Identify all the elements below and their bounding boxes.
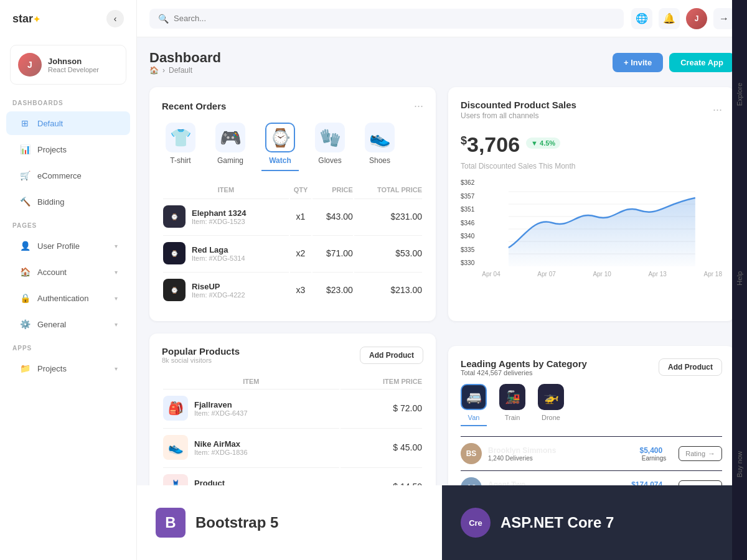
x-axis-labels: Apr 04 Apr 07 Apr 10 Apr 13 Apr 18 <box>482 271 722 278</box>
topbar-avatar[interactable]: J <box>686 8 707 29</box>
y-label: $357 <box>461 193 474 200</box>
item-name: RiseUP <box>192 282 245 291</box>
rating-label: Rating <box>685 450 705 457</box>
gaming-icon: 🎮 <box>215 123 245 152</box>
page-title: Dashboard <box>149 50 221 66</box>
x-label: Apr 13 <box>648 271 666 278</box>
item-image: 👟 <box>163 435 188 460</box>
agent-tab-train[interactable]: 🚂 Train <box>499 384 525 426</box>
invite-button[interactable]: + Invite <box>613 53 663 72</box>
avatar: J <box>18 53 42 77</box>
item-details: RiseUP Item: #XDG-4222 <box>192 282 245 299</box>
create-app-button[interactable]: Create App <box>669 53 735 72</box>
item-qty: x2 <box>290 235 311 271</box>
buy-now-label[interactable]: Buy now <box>736 446 743 482</box>
add-product-button[interactable]: Add Product <box>360 347 423 364</box>
popular-products-subtitle: 8k social visitors <box>162 357 240 364</box>
sidebar-item-apps-projects[interactable]: 📁 Projects ▾ <box>6 357 130 380</box>
tab-label: Watch <box>269 156 291 165</box>
card-menu-icon[interactable]: ··· <box>713 103 722 116</box>
agent-info: Brooklyn Simmons 1,240 Deliveries <box>488 446 634 462</box>
chevron-down-icon: ▾ <box>115 365 118 372</box>
promo-aspnet: Cre ASP.NET Core 7 <box>442 485 747 560</box>
item-cell: ⌚ Red Laga Item: #XDG-5314 <box>163 242 289 264</box>
help-label[interactable]: Help <box>736 266 743 291</box>
chevron-down-icon: ▾ <box>115 269 118 276</box>
gloves-icon: 🧤 <box>315 123 345 152</box>
agent-earnings-label: Earnings <box>640 455 667 462</box>
sidebar-item-projects[interactable]: 📊 Projects <box>6 138 130 161</box>
table-row: 🎒 Fjallraven Item: #XDG-6437 $ 72.00 <box>163 389 422 427</box>
sidebar-item-label: Projects <box>37 364 108 373</box>
item-details: Red Laga Item: #XDG-5314 <box>192 245 245 262</box>
search-box[interactable]: 🔍 <box>149 9 624 29</box>
item-price: $ 45.00 <box>341 428 422 466</box>
sidebar-item-default[interactable]: ⊞ Default <box>6 111 130 135</box>
sidebar-item-general[interactable]: ⚙️ General ▾ <box>6 312 130 336</box>
table-row: ⌚ Red Laga Item: #XDG-5314 x2 <box>163 235 422 271</box>
col-item-price: ITEM PRICE <box>341 375 422 388</box>
sidebar-collapse-button[interactable]: ‹ <box>106 10 124 27</box>
item-image: 🎒 <box>163 396 188 421</box>
chart-container: $362 $357 $351 $346 $340 $335 $330 <box>461 179 722 278</box>
tab-watch[interactable]: ⌚ Watch <box>261 123 299 171</box>
item-code: Item: #XDG-5314 <box>192 254 245 262</box>
card-menu-icon[interactable]: ··· <box>414 100 423 113</box>
agent-tab-drone[interactable]: 🚁 Drone <box>538 384 564 426</box>
tab-gloves[interactable]: 🧤 Gloves <box>311 123 349 171</box>
agent-avatar: BS <box>461 443 482 464</box>
tab-label: Gaming <box>217 156 243 165</box>
discounted-sales-header: Discounted Product Sales Users from all … <box>461 100 722 120</box>
train-icon: 🚂 <box>499 384 525 410</box>
item-price: $43.00 <box>312 198 353 234</box>
rating-button[interactable]: Rating → <box>679 446 722 461</box>
promo-bootstrap: B Bootstrap 5 <box>137 485 442 560</box>
col-item: ITEM <box>163 182 289 197</box>
logo-area: star✦ ‹ <box>0 0 136 37</box>
item-price: $ 72.00 <box>341 389 422 427</box>
globe-icon-button[interactable]: 🌐 <box>631 8 652 29</box>
sidebar-item-bidding[interactable]: 🔨 Bidding <box>6 190 130 213</box>
item-details: Fjallraven Item: #XDG-6437 <box>194 400 248 417</box>
sidebar-item-label: eCommerce <box>37 171 118 180</box>
table-row: ⌚ RiseUP Item: #XDG-4222 x3 $2 <box>163 272 422 307</box>
agent-tab-van[interactable]: 🚐 Van <box>461 384 487 426</box>
add-product-button-agents[interactable]: Add Product <box>659 358 722 376</box>
discounted-sales-title-group: Discounted Product Sales Users from all … <box>461 100 576 120</box>
arrow-icon-button[interactable]: → <box>713 8 735 29</box>
sidebar-item-user-profile[interactable]: 👤 User Profile ▾ <box>6 234 130 258</box>
main-content: Dashboard 🏠 › Default + Invite Create Ap… <box>137 37 747 560</box>
explore-label[interactable]: Explore <box>736 78 743 111</box>
x-label: Apr 18 <box>704 271 722 278</box>
item-code: Item: #XDG-4222 <box>192 291 245 299</box>
item-details: Nike AirMax Item: #XDG-1836 <box>194 439 248 456</box>
page-header-actions: + Invite Create App <box>613 53 735 72</box>
notification-icon-button[interactable]: 🔔 <box>659 8 680 29</box>
search-icon: 🔍 <box>158 14 169 24</box>
item-name: Fjallraven <box>194 400 248 409</box>
tab-label: Shoes <box>369 156 390 165</box>
agent-category-tabs: 🚐 Van 🚂 Train 🚁 Drone <box>461 384 722 426</box>
item-cell: 👟 Nike AirMax Item: #XDG-1836 <box>163 435 339 460</box>
tab-tshirt[interactable]: 👕 T-shirt <box>162 123 199 171</box>
chart-value: $3,706 <box>461 133 520 157</box>
sidebar: star✦ ‹ J Johnson React Developer DASHBO… <box>0 0 137 560</box>
agent-earnings-group: $5,400 Earnings <box>640 446 667 462</box>
sidebar-item-ecommerce[interactable]: 🛒 eCommerce <box>6 164 130 187</box>
x-label: Apr 04 <box>482 271 500 278</box>
search-input[interactable] <box>174 14 615 23</box>
drone-icon: 🚁 <box>538 384 564 410</box>
van-icon: 🚐 <box>461 384 487 410</box>
y-label: $346 <box>461 220 474 226</box>
user-card[interactable]: J Johnson React Developer <box>10 45 126 85</box>
sidebar-item-account[interactable]: 🏠 Account ▾ <box>6 260 130 284</box>
item-total: $213.00 <box>354 272 422 307</box>
agent-name: Brooklyn Simmons <box>488 446 634 455</box>
tab-shoes[interactable]: 👟 Shoes <box>361 123 398 171</box>
sidebar-item-authentication[interactable]: 🔒 Authentication ▾ <box>6 286 130 310</box>
item-cell: ⌚ RiseUP Item: #XDG-4222 <box>163 279 289 301</box>
shoes-icon: 👟 <box>365 123 395 152</box>
recent-orders-title: Recent Orders <box>162 101 226 111</box>
tab-label: Van <box>468 414 480 421</box>
tab-gaming[interactable]: 🎮 Gaming <box>212 123 249 171</box>
